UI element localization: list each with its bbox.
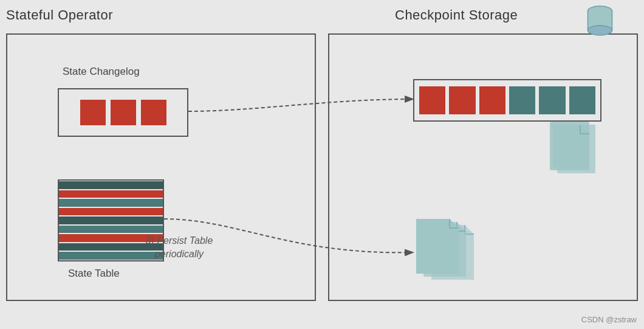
- table-row-2: [59, 190, 163, 198]
- cp-teal-2: [539, 86, 565, 114]
- stateful-operator-label: Stateful Operator: [6, 7, 113, 23]
- cp-red-3: [479, 86, 505, 114]
- table-row-3: [59, 199, 163, 207]
- table-row-5: [59, 216, 163, 224]
- changelog-block-2: [111, 100, 136, 125]
- database-cylinder-icon: [583, 3, 617, 36]
- state-changelog-box: [58, 88, 188, 137]
- cp-teal-1: [509, 86, 535, 114]
- checkpoint-storage-label: Checkpoint Storage: [395, 7, 518, 23]
- changelog-block-3: [141, 100, 166, 125]
- cp-red-2: [449, 86, 475, 114]
- table-row-6: [59, 226, 163, 234]
- table-row-4: [59, 208, 163, 216]
- state-table-label: State Table: [68, 268, 120, 280]
- cp-teal-3: [569, 86, 595, 114]
- document-icon-top: [547, 119, 595, 173]
- document-icons-bottom: [413, 216, 492, 289]
- cp-red-1: [419, 86, 445, 114]
- svg-point-4: [588, 26, 612, 35]
- state-changelog-label: State Changelog: [63, 66, 140, 78]
- table-row-1: [59, 181, 163, 189]
- checkpoint-blocks-row: [413, 79, 601, 122]
- watermark: CSDN @zstraw: [581, 315, 637, 324]
- changelog-block-1: [80, 100, 106, 125]
- diagram-container: Stateful Operator Checkpoint Storage Sta…: [0, 0, 644, 329]
- persist-table-label: 3) Persist Table periodically: [125, 234, 234, 261]
